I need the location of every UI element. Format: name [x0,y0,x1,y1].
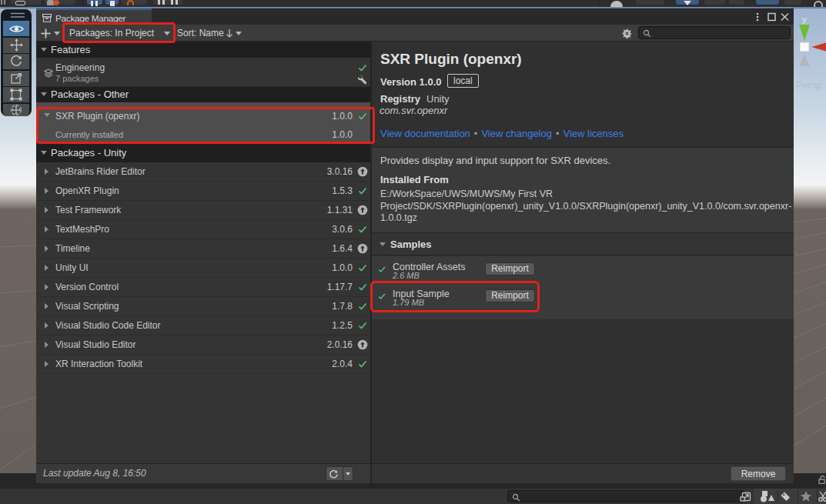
svg-text:Persp: Persp [796,79,822,91]
svg-text:y: y [802,15,807,24]
